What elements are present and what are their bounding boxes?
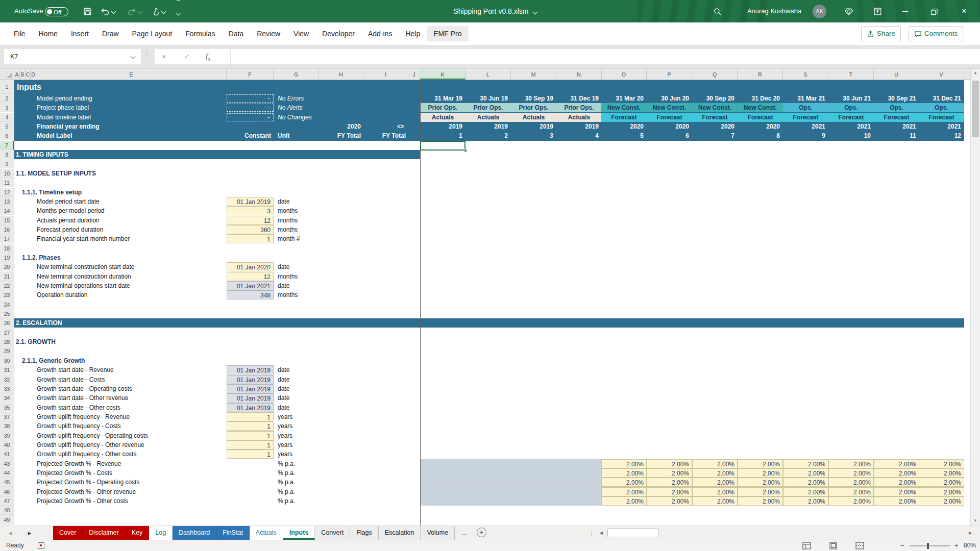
cell-Q45[interactable]: 2.00% (692, 478, 738, 487)
column-header-K[interactable]: K (420, 69, 465, 80)
column-header-B[interactable]: B (20, 69, 26, 80)
column-header-C[interactable]: C (26, 69, 31, 80)
row-header-6[interactable]: 6 (0, 131, 14, 140)
row-header-21[interactable]: 21 (0, 272, 14, 281)
row-header-43[interactable]: 43 (0, 459, 14, 468)
zoom-slider-thumb[interactable] (927, 543, 929, 549)
cell-K3[interactable]: Prior Ops. (420, 103, 465, 112)
cell-P47[interactable]: 2.00% (647, 496, 692, 506)
cell-T6[interactable]: 10 (828, 131, 874, 140)
cell-M47[interactable] (511, 496, 556, 506)
row-header-8[interactable]: 8 (0, 150, 14, 159)
ribbon-tab-data[interactable]: Data (222, 26, 251, 41)
cell-G46[interactable]: % p.a. (278, 487, 324, 496)
cell-O5[interactable]: 2020 (601, 122, 647, 131)
cell-P43[interactable]: 2.00% (647, 459, 692, 468)
vertical-scrollbar[interactable]: ▲▼ (970, 69, 980, 525)
sheet-tab-cover[interactable]: Cover (53, 526, 83, 540)
row-header-5[interactable]: 5 (0, 122, 14, 131)
cell-N44[interactable] (556, 468, 602, 478)
cell-E31[interactable]: Growth start date - Revenue (37, 365, 226, 374)
row-header-37[interactable]: 37 (0, 412, 14, 421)
cell-E33[interactable]: Growth start date - Operating costs (37, 384, 226, 393)
cell-G41[interactable]: years (278, 449, 324, 459)
cell-V2[interactable]: 31 Dec 21 (919, 94, 964, 103)
cell-R6[interactable]: 8 (738, 131, 783, 140)
column-header-D[interactable]: D (31, 69, 36, 80)
cell-O45[interactable]: 2.00% (601, 478, 647, 487)
cell-G3[interactable]: No Alerts (278, 103, 339, 112)
row-header-16[interactable]: 16 (0, 225, 14, 234)
cell-Q5[interactable]: 2020 (692, 122, 738, 131)
cell-R3[interactable]: New Const. (738, 103, 783, 112)
cell-O4[interactable]: Forecast (601, 113, 647, 122)
cell-U47[interactable]: 2.00% (874, 496, 919, 506)
sheet-tab-key[interactable]: Key (126, 526, 150, 540)
cell-G16[interactable]: months (278, 225, 324, 234)
cell-K46[interactable] (420, 487, 465, 496)
cell-R44[interactable]: 2.00% (738, 468, 783, 478)
cell-F20[interactable]: 01 Jan 2020 (227, 262, 274, 271)
sheet-tab-flags[interactable]: Flags (350, 526, 379, 540)
cell-S46[interactable]: 2.00% (783, 487, 828, 496)
cell-E38[interactable]: Growth uplift frequency - Costs (37, 421, 226, 431)
cell-E44[interactable]: Projected Growth % - Costs (37, 468, 226, 478)
cell-R47[interactable]: 2.00% (738, 496, 783, 506)
cell-E45[interactable]: Projected Growth % - Operating costs (37, 478, 226, 487)
cell-G15[interactable]: months (278, 216, 324, 225)
ribbon-tab-view[interactable]: View (287, 26, 315, 41)
cell-V45[interactable]: 2.00% (919, 478, 964, 487)
cell-T4[interactable]: Forecast (828, 113, 874, 122)
undo-icon[interactable] (99, 0, 116, 22)
column-header-O[interactable]: O (601, 69, 647, 80)
cell-F40[interactable]: 1 (227, 440, 274, 449)
page-break-view-icon[interactable] (855, 542, 864, 549)
ribbon-tab-file[interactable]: File (7, 26, 32, 41)
row-header-1[interactable]: 1 (0, 80, 14, 94)
cell-U6[interactable]: 11 (874, 131, 919, 140)
cell-V5[interactable]: 2021 (919, 122, 964, 131)
cell-G17[interactable]: month # (278, 234, 324, 243)
cell-F13[interactable]: 01 Jan 2019 (227, 197, 274, 206)
cell-E22[interactable]: New terminal operations start date (37, 281, 226, 290)
column-header-T[interactable]: T (828, 69, 874, 80)
row-header-24[interactable]: 24 (0, 300, 14, 309)
row-header-47[interactable]: 47 (0, 496, 14, 506)
cell-U44[interactable]: 2.00% (874, 468, 919, 478)
cell-E41[interactable]: Growth uplift frequency - Other costs (37, 449, 226, 459)
row-header-11[interactable]: 11 (0, 178, 14, 187)
formula-input[interactable] (231, 49, 980, 64)
cell-Q47[interactable]: 2.00% (692, 496, 738, 506)
row-header-23[interactable]: 23 (0, 290, 14, 299)
row-header-19[interactable]: 19 (0, 253, 14, 262)
row-header-3[interactable]: 3 (0, 103, 14, 112)
row-header-44[interactable]: 44 (0, 468, 14, 478)
sheet-tab-escalation[interactable]: Escalation (379, 526, 421, 540)
cell-U43[interactable]: 2.00% (874, 459, 919, 468)
cell-N46[interactable] (556, 487, 602, 496)
row-header-38[interactable]: 38 (0, 421, 14, 431)
cell-U3[interactable]: Ops. (874, 103, 919, 112)
row-header-33[interactable]: 33 (0, 384, 14, 393)
cell-R46[interactable]: 2.00% (738, 487, 783, 496)
cell-V3[interactable]: Ops. (919, 103, 964, 112)
cell-G13[interactable]: date (278, 197, 324, 206)
cell-G22[interactable]: date (278, 281, 324, 290)
cell-G31[interactable]: date (278, 365, 324, 374)
cell-F16[interactable]: 360 (227, 225, 274, 234)
row-header-4[interactable]: 4 (0, 113, 14, 122)
cell-Q2[interactable]: 30 Sep 20 (692, 94, 738, 103)
ribbon-tab-draw[interactable]: Draw (95, 26, 126, 41)
cell-H5[interactable]: 2020 (319, 122, 363, 131)
cell-Q43[interactable]: 2.00% (692, 459, 738, 468)
zoom-out-icon[interactable]: − (900, 540, 904, 551)
ribbon-tab-review[interactable]: Review (250, 26, 287, 41)
cell-F37[interactable]: 1 (227, 412, 274, 421)
cell-L46[interactable] (465, 487, 511, 496)
share-button[interactable]: Share (861, 26, 901, 41)
column-header-V[interactable]: V (919, 69, 964, 80)
cell-E23[interactable]: Operation duration (37, 290, 226, 299)
row-header-46[interactable]: 46 (0, 487, 14, 496)
cell-F35[interactable]: 01 Jan 2019 (227, 403, 274, 412)
cell-P45[interactable]: 2.00% (647, 478, 692, 487)
